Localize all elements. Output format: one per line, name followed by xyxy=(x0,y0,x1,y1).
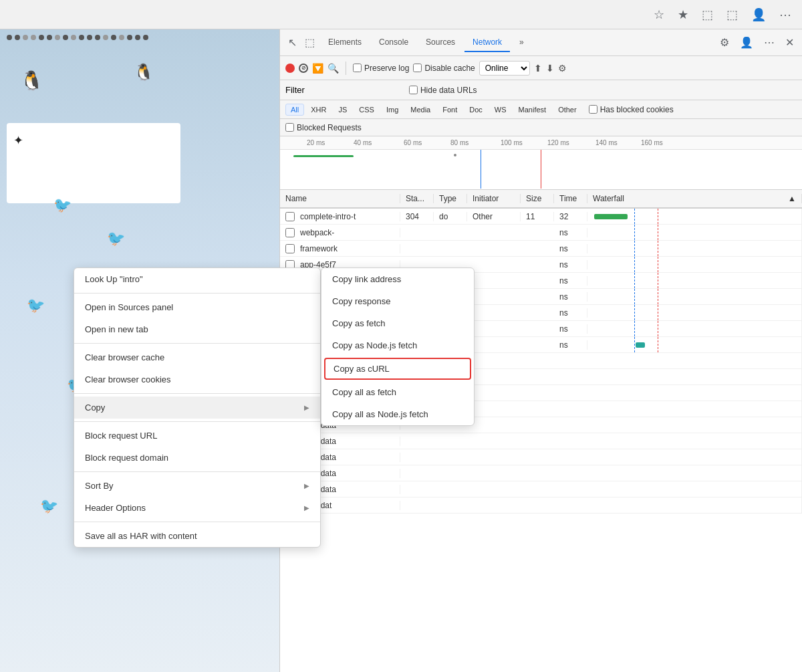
sub-menu-copy-all-fetch[interactable]: Copy all as fetch xyxy=(321,381,474,403)
bookmark-icon[interactable]: ☆ xyxy=(654,7,664,22)
blocked-requests-label[interactable]: Blocked Requests xyxy=(285,123,362,132)
device-icon[interactable]: ⬚ xyxy=(302,33,317,51)
hide-data-urls-label[interactable]: Hide data URLs xyxy=(409,86,477,95)
dock-icon[interactable]: 👤 xyxy=(737,33,756,51)
type-btn-other[interactable]: Other xyxy=(553,104,582,116)
ruler-120ms: 120 ms xyxy=(547,139,569,146)
th-size[interactable]: Size xyxy=(521,194,554,203)
golden-bird-2: 🐦 xyxy=(107,230,125,247)
type-btn-font[interactable]: Font xyxy=(437,104,462,116)
tab-elements[interactable]: Elements xyxy=(320,33,370,52)
filter-bar: Filter Hide data URLs xyxy=(280,80,802,100)
import-icon[interactable]: ⬆ xyxy=(534,63,542,74)
sub-menu-copy-response[interactable]: Copy response xyxy=(321,290,474,312)
white-content-box xyxy=(7,123,180,203)
type-btn-css[interactable]: CSS xyxy=(354,104,380,116)
type-btn-js[interactable]: JS xyxy=(333,104,352,116)
row-checkbox[interactable] xyxy=(285,212,295,221)
table-row[interactable]: complete-intro-t 304 do Other 11 32 xyxy=(280,209,802,225)
network-table: Name Sta... Type Initiator Size Time Wat… xyxy=(280,190,802,672)
type-btn-all[interactable]: All xyxy=(285,104,304,116)
sub-menu-copy-curl[interactable]: Copy as cURL xyxy=(324,358,471,380)
tab-network[interactable]: Network xyxy=(464,33,510,52)
search-icon[interactable]: 🔍 xyxy=(327,63,339,74)
context-menu-clear-cookies[interactable]: Clear browser cookies xyxy=(74,368,320,390)
type-btn-doc[interactable]: Doc xyxy=(464,104,488,116)
context-menu-open-sources[interactable]: Open in Sources panel xyxy=(74,296,320,318)
th-type[interactable]: Type xyxy=(434,194,467,203)
type-btn-xhr[interactable]: XHR xyxy=(305,104,331,116)
timeline-green-bar xyxy=(293,155,354,157)
timeline-red-line xyxy=(541,150,541,189)
table-row[interactable]: page-data xyxy=(280,449,802,465)
timeline-tracks xyxy=(280,150,802,189)
tab-console[interactable]: Console xyxy=(371,33,416,52)
context-menu-sort-by[interactable]: Sort By xyxy=(74,475,320,497)
devtools-toolbar-right: ⚙ 👤 ⋯ ✕ xyxy=(717,33,797,51)
table-row[interactable]: framework ns xyxy=(280,241,802,257)
table-row[interactable]: page-data xyxy=(280,465,802,481)
th-status[interactable]: Sta... xyxy=(400,194,434,203)
context-menu-copy[interactable]: Copy xyxy=(74,397,320,419)
row-checkbox[interactable] xyxy=(285,228,295,237)
sub-menu-copy-nodejs[interactable]: Copy as Node.js fetch xyxy=(321,334,474,356)
context-menu-save-har[interactable]: Save all as HAR with content xyxy=(74,525,320,547)
clear-button[interactable]: ⊘ xyxy=(299,64,308,73)
network-toolbar: ⊘ 🔽 🔍 Preserve log Disable cache Online … xyxy=(280,56,802,80)
filter-input[interactable] xyxy=(310,86,364,95)
sub-menu-copy-fetch[interactable]: Copy as fetch xyxy=(321,312,474,334)
tab-sources[interactable]: Sources xyxy=(418,33,463,52)
more-devtools-icon[interactable]: ⋯ xyxy=(761,33,777,51)
type-btn-media[interactable]: Media xyxy=(405,104,436,116)
th-name[interactable]: Name xyxy=(280,194,400,203)
context-menu-block-domain[interactable]: Block request domain xyxy=(74,447,320,469)
cast-icon[interactable]: ⬚ xyxy=(726,7,738,22)
table-row[interactable]: page-data xyxy=(280,433,802,449)
preserve-log-label[interactable]: Preserve log xyxy=(353,64,409,73)
tab-more[interactable]: » xyxy=(511,33,532,52)
hide-data-urls-checkbox[interactable] xyxy=(409,86,418,94)
profile-icon[interactable]: 👤 xyxy=(751,7,766,22)
disable-cache-label[interactable]: Disable cache xyxy=(413,64,475,73)
context-menu-clear-cache[interactable]: Clear browser cache xyxy=(74,346,320,368)
row-checkbox[interactable] xyxy=(285,244,295,253)
timeline-area: 20 ms 40 ms 60 ms 80 ms 100 ms 120 ms 14… xyxy=(280,136,802,190)
disable-cache-checkbox[interactable] xyxy=(413,64,422,72)
inspect-icon[interactable]: ↖ xyxy=(285,33,299,51)
has-blocked-cookies[interactable]: Has blocked cookies xyxy=(589,105,674,114)
filter-icon[interactable]: 🔽 xyxy=(312,63,323,74)
throttle-select[interactable]: Online Slow 3G Fast 3G xyxy=(479,61,530,76)
blocked-requests-checkbox[interactable] xyxy=(285,123,294,132)
context-menu-divider-5 xyxy=(74,471,320,472)
context-menu-lookup[interactable]: Look Up "intro" xyxy=(74,268,320,290)
type-btn-ws[interactable]: WS xyxy=(489,104,512,116)
table-row[interactable]: page-data xyxy=(280,481,802,497)
bookmarks-icon[interactable]: ★ xyxy=(678,7,688,22)
more-icon[interactable]: ⋯ xyxy=(779,7,791,22)
browser-top-bar: ☆ ★ ⬚ ⬚ 👤 ⋯ xyxy=(0,0,802,29)
settings-icon[interactable]: ⚙ xyxy=(717,33,732,51)
type-btn-manifest[interactable]: Manifest xyxy=(513,104,552,116)
record-button[interactable] xyxy=(285,64,295,73)
close-devtools-icon[interactable]: ✕ xyxy=(783,33,797,51)
th-waterfall[interactable]: Waterfall ▲ xyxy=(587,194,802,203)
sub-menu-copy-link[interactable]: Copy link address xyxy=(321,268,474,290)
extensions-icon[interactable]: ⬚ xyxy=(702,7,713,22)
export-icon[interactable]: ⬇ xyxy=(546,63,554,74)
context-menu: Look Up "intro" Open in Sources panel Op… xyxy=(74,267,321,548)
type-btn-img[interactable]: Img xyxy=(381,104,404,116)
context-menu-open-tab[interactable]: Open in new tab xyxy=(74,318,320,340)
ruler-100ms: 100 ms xyxy=(501,139,523,146)
table-row[interactable]: webpack- ns xyxy=(280,225,802,241)
sub-menu-copy-all-nodejs[interactable]: Copy all as Node.js fetch xyxy=(321,403,474,425)
preserve-log-checkbox[interactable] xyxy=(353,64,362,72)
context-menu-block-url[interactable]: Block request URL xyxy=(74,425,320,447)
golden-bird-1: 🐦 xyxy=(53,197,72,214)
th-time[interactable]: Time xyxy=(554,194,587,203)
network-settings-icon[interactable]: ⚙ xyxy=(558,63,567,74)
th-initiator[interactable]: Initiator xyxy=(467,194,521,203)
context-menu-header-options[interactable]: Header Options xyxy=(74,497,320,519)
devtools-tabs: Elements Console Sources Network » xyxy=(320,33,532,52)
has-blocked-checkbox[interactable] xyxy=(589,105,597,114)
table-row[interactable]: page-dat xyxy=(280,497,802,514)
